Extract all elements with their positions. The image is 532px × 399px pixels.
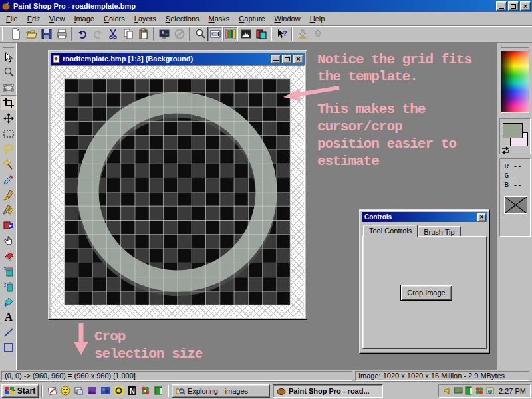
copy-button[interactable] (120, 27, 136, 41)
pinwheel-tray-icon[interactable] (475, 386, 484, 395)
paintbrush-tool[interactable] (1, 187, 17, 202)
doc-maximize-button[interactable] (282, 55, 292, 63)
send-up-button[interactable] (310, 27, 325, 41)
histogram-icon (240, 28, 252, 40)
menu-capture[interactable]: Capture (234, 13, 269, 25)
selection-tool[interactable] (1, 126, 17, 141)
current-color-preview (504, 196, 527, 214)
quicklaunch-notebook-icon[interactable] (152, 385, 165, 397)
quicklaunch-pinwheel-icon[interactable] (138, 385, 152, 397)
volume-icon[interactable] (443, 386, 452, 395)
display-icon[interactable] (454, 386, 463, 395)
restore-button[interactable] (508, 1, 519, 11)
open-button[interactable] (23, 27, 39, 41)
menu-image[interactable]: Image (69, 13, 99, 25)
color-replacer-tool[interactable] (1, 217, 17, 233)
color-picker-gradient[interactable] (501, 51, 529, 113)
zoom-tool[interactable] (1, 65, 17, 80)
retouch-tool[interactable] (1, 233, 17, 248)
layers-button[interactable] (253, 27, 269, 41)
menu-masks[interactable]: Masks (204, 13, 235, 25)
histogram-window-button[interactable] (223, 27, 238, 41)
menu-window[interactable]: Window (270, 13, 305, 25)
foreground-color-swatch[interactable] (503, 123, 523, 138)
send-down-icon (297, 28, 309, 40)
toolbar-separator (153, 27, 154, 41)
color-panel-drag-handle[interactable] (501, 45, 529, 48)
cut-button[interactable] (105, 27, 120, 41)
doc-minimize-button[interactable] (271, 55, 281, 63)
fullscreen-preview-button[interactable] (156, 27, 172, 41)
line-icon (3, 327, 15, 338)
tab-brush-tip[interactable]: Brush Tip (418, 226, 460, 237)
controls-close-button[interactable]: × (477, 213, 486, 221)
deformation-tool[interactable] (1, 80, 17, 95)
red-value: R -- (500, 162, 530, 171)
arrow-tool[interactable] (1, 49, 17, 65)
redo-button[interactable] (90, 27, 105, 41)
doc-close-button[interactable]: × (293, 55, 303, 63)
undo-button[interactable] (74, 27, 90, 41)
text-tool[interactable]: A (1, 309, 17, 325)
quicklaunch-image-icon[interactable] (85, 385, 98, 397)
quicklaunch-paint-icon[interactable] (45, 385, 59, 397)
canvas-area[interactable] (51, 65, 305, 318)
freehand-tool[interactable] (1, 141, 17, 156)
send-down-button[interactable] (295, 27, 310, 41)
line-tool[interactable] (1, 325, 17, 340)
clone-brush-tool[interactable] (1, 202, 17, 217)
menu-colors[interactable]: Colors (99, 13, 130, 25)
task-paint-shop-pro[interactable]: Paint Shop Pro - road... (273, 384, 383, 398)
zoom-preset-button[interactable] (192, 27, 207, 41)
tab-tool-controls[interactable]: Tool Controls (363, 225, 418, 237)
toolbar-drag-handle[interactable] (2, 27, 5, 41)
save-button[interactable] (39, 27, 54, 41)
airbrush-tool[interactable] (1, 279, 17, 294)
menu-layers[interactable]: Layers (130, 13, 161, 25)
quicklaunch-smiley-icon[interactable] (59, 385, 72, 397)
eraser-tool[interactable] (1, 248, 17, 263)
start-button[interactable]: Start (1, 384, 39, 398)
close-button[interactable]: × (520, 1, 531, 11)
flood-fill-tool[interactable] (1, 294, 17, 309)
toolbar-options-icon (209, 28, 221, 40)
menu-edit[interactable]: Edit (23, 13, 45, 25)
scheduler-icon[interactable] (485, 386, 495, 395)
crop-image-button[interactable]: Crop Image (400, 285, 452, 301)
road-template-image[interactable] (64, 78, 291, 305)
menu-selections[interactable]: Selections (161, 13, 204, 25)
normal-viewing-button[interactable] (172, 27, 187, 41)
minimize-button[interactable] (496, 1, 507, 11)
shapes-tool[interactable] (1, 340, 17, 355)
new-button[interactable] (8, 27, 23, 41)
mover-tool[interactable] (1, 110, 17, 126)
context-help-button[interactable]: ? (274, 27, 289, 41)
toolbar-options-button[interactable] (207, 27, 223, 41)
menu-help[interactable]: Help (305, 13, 330, 25)
annotation-arrow-down-icon (72, 322, 90, 356)
histogram-button[interactable] (238, 27, 253, 41)
explorer-icon (176, 387, 185, 395)
annotation-crop-note: Crop selection size (94, 329, 267, 363)
quicklaunch-game-icon[interactable] (98, 385, 112, 397)
send-up-icon (312, 28, 324, 40)
app-titlebar[interactable]: Paint Shop Pro - roadtemplate.bmp × (0, 0, 532, 12)
palette-drag-handle[interactable] (3, 45, 14, 48)
controls-titlebar[interactable]: Controls × (362, 212, 487, 222)
quicklaunch-netscape-icon[interactable]: N (125, 385, 138, 397)
quicklaunch-web-icon[interactable] (112, 385, 125, 397)
menu-view[interactable]: View (45, 13, 70, 25)
quicklaunch-desktop-icon[interactable] (72, 385, 85, 397)
dropper-tool[interactable] (1, 172, 17, 187)
document-titlebar[interactable]: roadtemplate.bmp [1:3] (Background) × (51, 53, 305, 65)
doc-minimize-icon (273, 60, 279, 61)
magic-wand-tool[interactable] (1, 156, 17, 172)
picture-tube-tool[interactable] (1, 263, 17, 279)
crop-tool[interactable] (1, 95, 17, 110)
notebook-tray-icon[interactable] (464, 386, 473, 395)
task-exploring-images[interactable]: Exploring - images (172, 384, 270, 398)
menu-file[interactable]: File (1, 13, 23, 25)
taskbar: Start N Exploring - images Paint Shop Pr… (0, 382, 532, 399)
paste-button[interactable] (136, 27, 151, 41)
print-button[interactable] (54, 27, 69, 41)
